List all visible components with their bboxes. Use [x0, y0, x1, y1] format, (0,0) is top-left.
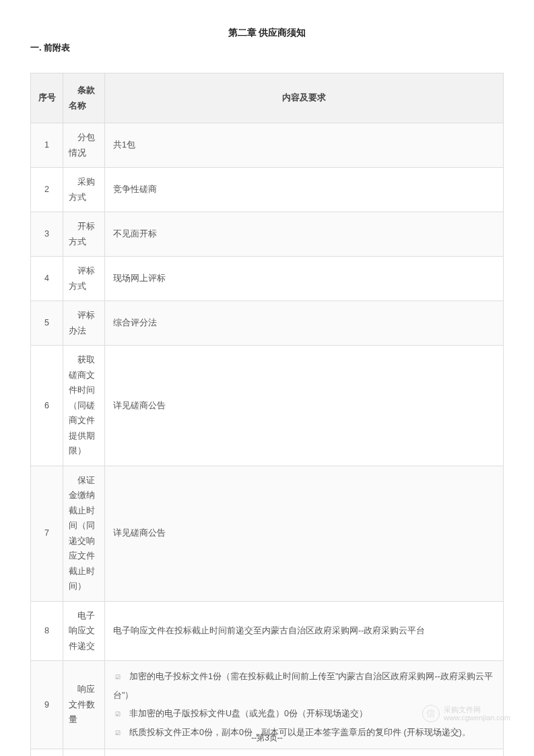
cell-name: 获取磋商文件时间（同磋商文件提供期限）: [63, 346, 105, 466]
page-footer: --第3页--: [0, 732, 534, 744]
list-marker-icon: ☑: [113, 710, 123, 719]
cell-seq: 5: [31, 301, 63, 346]
cell-seq: 2: [31, 168, 63, 212]
watermark-line1: 采购文件网: [444, 705, 510, 714]
table-row: 2采购方式竞争性磋商: [31, 168, 504, 212]
cell-content: 采购人按照评审报告中推荐的成交候选人确定中标（成交）人。: [105, 749, 504, 757]
watermark-icon: 信: [422, 705, 440, 722]
list-item-text: 非加密的电子版投标文件U盘（或光盘）0份（开标现场递交）: [129, 709, 368, 718]
table-row: 3开标方式不见面开标: [31, 212, 504, 257]
section-title: 一. 前附表: [30, 42, 504, 54]
cell-seq: 3: [31, 212, 63, 257]
table-row: 8电子响应文件递交电子响应文件在投标截止时间前递交至内蒙古自治区政府采购网--政…: [31, 601, 504, 661]
cell-seq: 6: [31, 346, 63, 466]
cell-content: 共1包: [105, 123, 504, 168]
header-name: 条款名称: [63, 73, 105, 123]
list-item-text: 加密的电子投标文件1份（需在投标截止时间前上传至"内蒙古自治区政府采购网--政府…: [113, 672, 493, 700]
cell-seq: 4: [31, 257, 63, 301]
cell-seq: 8: [31, 601, 63, 661]
chapter-title: 第二章 供应商须知: [30, 27, 504, 39]
table-row: 5评标办法综合评分法: [31, 301, 504, 346]
table-row: 1分包情况共1包: [31, 123, 504, 168]
cell-name: 分包情况: [63, 123, 105, 168]
cell-content: 详见磋商公告: [105, 346, 504, 466]
cell-content: 现场网上评标: [105, 257, 504, 301]
cell-name: 评标办法: [63, 301, 105, 346]
cell-name: 采购方式: [63, 168, 105, 212]
table-row: 7保证金缴纳截止时间（同递交响应文件截止时间）详见磋商公告: [31, 466, 504, 601]
cell-seq: 7: [31, 466, 63, 601]
header-content: 内容及要求: [105, 73, 504, 123]
cell-content: 综合评分法: [105, 301, 504, 346]
cell-name: 开标方式: [63, 212, 105, 257]
list-marker-icon: ☑: [113, 672, 123, 682]
watermark: 信 采购文件网 www.cgwenjian.com: [422, 705, 510, 722]
table-row: 6获取磋商文件时间（同磋商文件提供期限）详见磋商公告: [31, 346, 504, 466]
cell-name: 电子响应文件递交: [63, 601, 105, 661]
header-seq: 序号: [31, 73, 63, 123]
cell-name: 评标方式: [63, 257, 105, 301]
cell-content: 详见磋商公告: [105, 466, 504, 601]
table-row: 10供应商确定采购人按照评审报告中推荐的成交候选人确定中标（成交）人。: [31, 749, 504, 757]
requirements-table: 序号 条款名称 内容及要求 1分包情况共1包2采购方式竞争性磋商3开标方式不见面…: [30, 73, 504, 756]
cell-name: 供应商确定: [63, 749, 105, 757]
cell-content: 不见面开标: [105, 212, 504, 257]
cell-seq: 1: [31, 123, 63, 168]
table-row: 4评标方式现场网上评标: [31, 257, 504, 301]
cell-name: 保证金缴纳截止时间（同递交响应文件截止时间）: [63, 466, 105, 601]
watermark-line2: www.cgwenjian.com: [444, 714, 510, 722]
cell-content: 竞争性磋商: [105, 168, 504, 212]
cell-seq: 10: [31, 749, 63, 757]
cell-content: 电子响应文件在投标截止时间前递交至内蒙古自治区政府采购网--政府采购云平台: [105, 601, 504, 661]
